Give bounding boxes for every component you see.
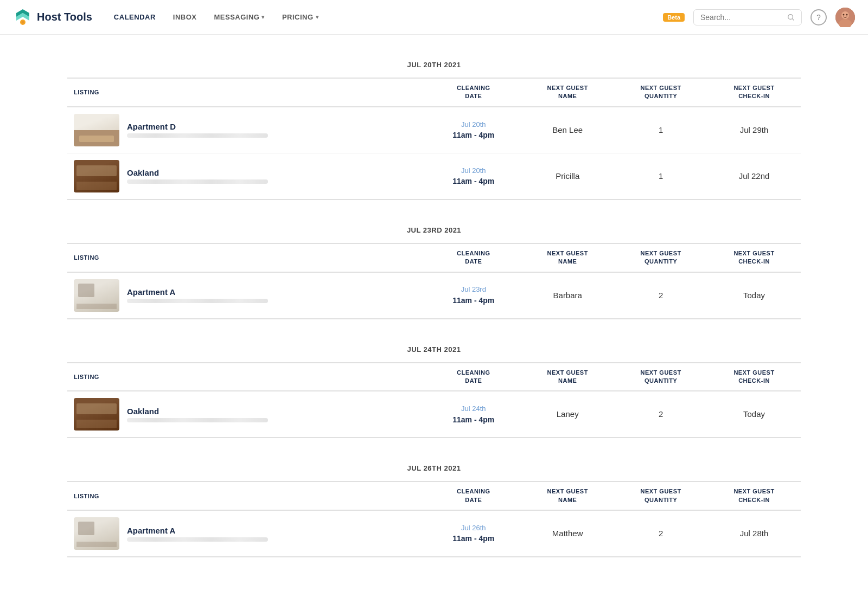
listing-subtext <box>127 537 268 542</box>
cleaning-date-time: 11am - 4pm <box>432 130 514 141</box>
col-cleaning-date-3: CLEANINGDATE <box>426 481 521 510</box>
section-jul20-header: JUL 20TH 2021 <box>67 52 801 73</box>
checkin-cell: Jul 22nd <box>707 153 801 200</box>
checkin-cell: Jul 29th <box>707 107 801 153</box>
svg-point-9 <box>843 14 845 15</box>
listing-text: Oakland <box>127 168 419 184</box>
checkin-date: Today <box>743 291 765 300</box>
listing-thumbnail <box>74 160 119 192</box>
col-guest-qty-3: NEXT GUESTQUANTITY <box>614 481 707 510</box>
guest-qty-cell: 2 <box>614 510 707 557</box>
col-guest-name-3: NEXT GUESTNAME <box>521 481 614 510</box>
section-jul26-header: JUL 26TH 2021 <box>67 455 801 477</box>
col-guest-qty-1: NEXT GUESTQUANTITY <box>614 243 707 272</box>
nav-right: Beta ? <box>663 8 855 27</box>
col-cleaning-date-1: CLEANINGDATE <box>426 243 521 272</box>
help-button[interactable]: ? <box>810 9 827 25</box>
table-jul24: LISTING CLEANINGDATE NEXT GUESTNAME NEXT… <box>67 362 801 439</box>
cleaning-date-cell: Jul 20th 11am - 4pm <box>426 153 521 200</box>
listing-text: Apartment A <box>127 287 419 303</box>
beta-badge: Beta <box>663 13 685 22</box>
avatar[interactable] <box>835 8 855 27</box>
listing-thumbnail <box>74 279 119 312</box>
nav-pricing[interactable]: PRICING ▾ <box>282 13 318 21</box>
col-guest-name-0: NEXT GUESTNAME <box>521 78 614 107</box>
section-jul24-header: JUL 24TH 2021 <box>67 337 801 358</box>
cleaning-date-cell: Jul 20th 11am - 4pm <box>426 107 521 153</box>
guest-qty-cell: 1 <box>614 107 707 153</box>
checkin-date: Jul 29th <box>740 125 769 134</box>
guest-name-cell: Laney <box>521 391 614 438</box>
guest-name: Ben Lee <box>552 125 583 134</box>
listing-subtext <box>127 133 268 138</box>
guest-name-cell: Barbara <box>521 272 614 319</box>
section-jul24: JUL 24TH 2021 LISTING CLEANINGDATE NEXT … <box>67 337 801 439</box>
listing-text: Apartment D <box>127 122 419 138</box>
listing-text: Apartment A <box>127 526 419 542</box>
section-jul20: JUL 20TH 2021 LISTING CLEANINGDATE NEXT … <box>67 52 801 200</box>
table-row: Apartment D Jul 20th 11am - 4pm Ben Lee <box>67 107 801 153</box>
table-row: Oakland Jul 20th 11am - 4pm Pricilla <box>67 153 801 200</box>
messaging-chevron-icon: ▾ <box>261 14 265 20</box>
listing-subtext <box>127 179 268 184</box>
search-box[interactable] <box>693 9 802 25</box>
search-icon <box>787 13 795 22</box>
listing-name: Oakland <box>127 407 419 416</box>
col-guest-checkin-0: NEXT GUESTCHECK-IN <box>707 78 801 107</box>
guest-qty-cell: 2 <box>614 391 707 438</box>
avatar-image <box>835 8 855 27</box>
guest-qty-cell: 1 <box>614 153 707 200</box>
col-listing-2: LISTING <box>67 363 426 391</box>
guest-name: Laney <box>557 409 579 419</box>
guest-name-cell: Pricilla <box>521 153 614 200</box>
col-listing-1: LISTING <box>67 243 426 272</box>
table-jul20: LISTING CLEANINGDATE NEXT GUESTNAME NEXT… <box>67 78 801 200</box>
col-guest-qty-2: NEXT GUESTQUANTITY <box>614 363 707 391</box>
section-jul26: JUL 26TH 2021 LISTING CLEANINGDATE NEXT … <box>67 455 801 557</box>
col-cleaning-date-0: CLEANINGDATE <box>426 78 521 107</box>
guest-name-cell: Ben Lee <box>521 107 614 153</box>
navbar: Host Tools CALENDAR INBOX MESSAGING ▾ PR… <box>0 0 868 35</box>
nav-inbox[interactable]: INBOX <box>173 13 197 21</box>
cleaning-date-cell: Jul 26th 11am - 4pm <box>426 510 521 557</box>
svg-point-3 <box>22 21 24 23</box>
table-jul23: LISTING CLEANINGDATE NEXT GUESTNAME NEXT… <box>67 243 801 319</box>
guest-name: Matthew <box>552 529 583 538</box>
checkin-date: Today <box>743 409 765 419</box>
listing-name: Apartment D <box>127 122 419 131</box>
col-guest-checkin-3: NEXT GUESTCHECK-IN <box>707 481 801 510</box>
nav-calendar[interactable]: CALENDAR <box>114 13 156 21</box>
col-listing-3: LISTING <box>67 481 426 510</box>
main-content: JUL 20TH 2021 LISTING CLEANINGDATE NEXT … <box>54 52 814 579</box>
checkin-date: Jul 22nd <box>739 171 770 181</box>
listing-name: Apartment A <box>127 287 419 297</box>
nav-links: CALENDAR INBOX MESSAGING ▾ PRICING ▾ <box>114 13 663 21</box>
listing-info: Apartment D <box>74 114 419 146</box>
guest-name-cell: Matthew <box>521 510 614 557</box>
guest-qty: 1 <box>659 171 663 181</box>
col-guest-name-2: NEXT GUESTNAME <box>521 363 614 391</box>
listing-thumbnail <box>74 517 119 550</box>
nav-messaging[interactable]: MESSAGING ▾ <box>214 13 264 21</box>
checkin-cell: Jul 28th <box>707 510 801 557</box>
col-listing-0: LISTING <box>67 78 426 107</box>
table-row: Apartment A Jul 26th 11am - 4pm Matthew <box>67 510 801 557</box>
listing-cell: Apartment D <box>67 107 426 153</box>
brand-logo[interactable]: Host Tools <box>13 8 92 27</box>
col-guest-checkin-1: NEXT GUESTCHECK-IN <box>707 243 801 272</box>
logo-icon <box>13 8 33 27</box>
listing-thumbnail <box>74 398 119 431</box>
checkin-cell: Today <box>707 272 801 319</box>
listing-cell: Apartment A <box>67 510 426 557</box>
listing-cell: Oakland <box>67 391 426 438</box>
checkin-date: Jul 28th <box>740 529 769 538</box>
cleaning-date-top: Jul 23rd <box>432 284 514 295</box>
cleaning-date-top: Jul 20th <box>432 165 514 176</box>
listing-info: Apartment A <box>74 279 419 312</box>
cleaning-date-top: Jul 20th <box>432 119 514 130</box>
search-input[interactable] <box>700 13 783 22</box>
checkin-cell: Today <box>707 391 801 438</box>
listing-info: Apartment A <box>74 517 419 550</box>
listing-info: Oakland <box>74 398 419 431</box>
listing-cell: Oakland <box>67 153 426 200</box>
